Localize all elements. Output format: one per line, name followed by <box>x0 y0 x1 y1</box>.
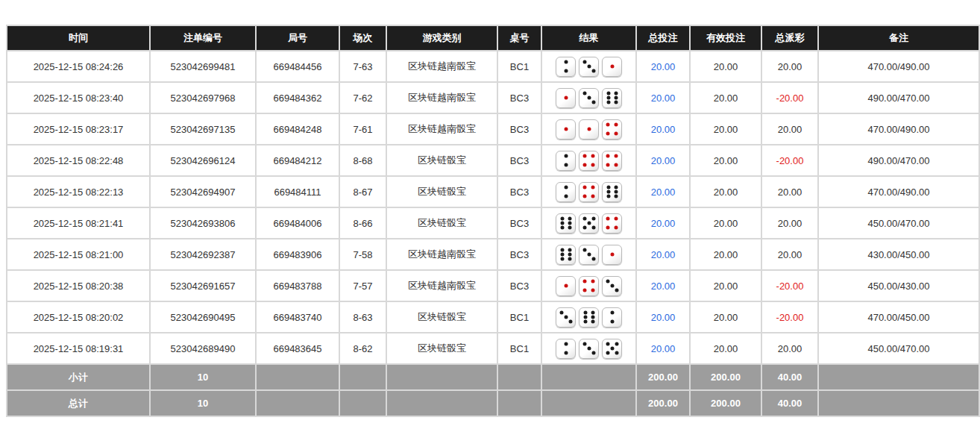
cell-game-type: 区块链骰宝 <box>387 145 497 175</box>
table-row: 2025-12-15 08:20:02523042690495669483740… <box>7 302 979 332</box>
cell-table-no: BC3 <box>498 83 541 113</box>
cell-round-no: 669484362 <box>257 83 339 113</box>
cell-remark: 450.00/470.00 <box>819 208 979 238</box>
table-row: 2025-12-15 08:22:48523042696124669484212… <box>7 145 979 175</box>
summary-empty <box>257 365 339 389</box>
cell-total-payout: -20.00 <box>762 302 817 332</box>
die-icon-2 <box>556 151 576 171</box>
cell-round-no: 669484006 <box>257 208 339 238</box>
total-bet-amount-link[interactable]: 20.00 <box>651 93 676 104</box>
cell-session: 8-63 <box>340 302 386 332</box>
die-icon-4 <box>602 213 622 234</box>
cell-total-bet: 20.00 <box>637 83 689 113</box>
cell-total-payout: 20.00 <box>762 333 817 363</box>
cell-total-payout: 20.00 <box>762 177 817 207</box>
cell-time: 2025-12-15 08:22:48 <box>7 145 149 175</box>
die-icon-4 <box>602 119 622 140</box>
die-icon-4 <box>579 151 599 171</box>
table-row: 2025-12-15 08:23:17523042697135669484248… <box>7 114 979 144</box>
cell-time: 2025-12-15 08:23:40 <box>7 83 149 113</box>
cell-total-payout: 20.00 <box>762 51 817 81</box>
table-row: 2025-12-15 08:19:31523042689490669483645… <box>7 333 979 363</box>
summary-empty <box>498 365 541 389</box>
summary-empty <box>819 365 979 389</box>
cell-round-no: 669483645 <box>257 333 339 363</box>
cell-total-bet: 20.00 <box>637 239 689 269</box>
die-icon-2 <box>602 307 622 328</box>
summary-empty <box>387 365 497 389</box>
total-bet-amount-link[interactable]: 20.00 <box>651 281 676 292</box>
cell-game-type: 区块链骰宝 <box>387 208 497 238</box>
summary-empty <box>542 365 635 389</box>
die-icon-3 <box>579 57 599 77</box>
subtotal-row: 小计10200.00200.0040.00 <box>7 365 979 389</box>
table-row: 2025-12-15 08:24:26523042699481669484456… <box>7 51 979 81</box>
summary-payout: 40.00 <box>762 365 817 389</box>
die-icon-6 <box>556 245 576 265</box>
cell-valid-bet: 20.00 <box>691 271 761 301</box>
cell-session: 8-62 <box>340 333 386 363</box>
die-icon-1 <box>556 276 576 296</box>
cell-game-type: 区块链骰宝 <box>387 177 497 207</box>
die-icon-2 <box>556 339 576 359</box>
summary-empty <box>340 391 386 416</box>
cell-remark: 470.00/450.00 <box>819 302 979 332</box>
cell-table-no: BC3 <box>498 208 541 238</box>
cell-total-bet: 20.00 <box>637 302 689 332</box>
cell-round-no: 669484212 <box>257 145 339 175</box>
cell-valid-bet: 20.00 <box>691 177 761 207</box>
summary-empty <box>340 365 386 389</box>
die-icon-1 <box>602 57 622 77</box>
cell-result <box>542 333 635 363</box>
die-icon-1 <box>579 119 599 140</box>
cell-session: 7-57 <box>340 271 386 301</box>
die-icon-2 <box>556 182 576 202</box>
cell-result <box>542 271 635 301</box>
total-bet-amount-link[interactable]: 20.00 <box>651 249 676 260</box>
cell-result <box>542 83 635 113</box>
column-header-remark: 备注 <box>819 26 979 50</box>
cell-time: 2025-12-15 08:20:02 <box>7 302 149 332</box>
cell-valid-bet: 20.00 <box>691 114 761 144</box>
total-bet-amount-link[interactable]: 20.00 <box>651 187 676 198</box>
die-icon-1 <box>602 245 622 265</box>
die-icon-6 <box>602 182 622 202</box>
total-bet-amount-link[interactable]: 20.00 <box>651 61 676 72</box>
summary-empty <box>498 391 541 416</box>
cell-table-no: BC1 <box>498 51 541 81</box>
grand-total-row: 总计10200.00200.0040.00 <box>7 391 979 416</box>
summary-count: 10 <box>151 391 255 416</box>
cell-total-payout: -20.00 <box>762 83 817 113</box>
cell-bet-id: 523042697968 <box>151 83 255 113</box>
total-bet-amount-link[interactable]: 20.00 <box>651 218 676 229</box>
bet-records-panel: 时间注单编号局号场次游戏类别桌号结果总投注有效投注总派彩备注 2025-12-1… <box>6 25 980 417</box>
cell-session: 7-61 <box>340 114 386 144</box>
total-bet-amount-link[interactable]: 20.00 <box>651 343 676 354</box>
column-header-total-payout: 总派彩 <box>762 26 817 50</box>
total-bet-amount-link[interactable]: 20.00 <box>651 124 676 135</box>
column-header-bet-id: 注单编号 <box>151 26 255 50</box>
total-bet-amount-link[interactable]: 20.00 <box>651 312 676 323</box>
cell-bet-id: 523042689490 <box>151 333 255 363</box>
die-icon-6 <box>579 307 599 328</box>
cell-total-payout: -20.00 <box>762 271 817 301</box>
table-header-row: 时间注单编号局号场次游戏类别桌号结果总投注有效投注总派彩备注 <box>7 26 979 50</box>
column-header-total-bet: 总投注 <box>637 26 689 50</box>
cell-time: 2025-12-15 08:21:00 <box>7 239 149 269</box>
cell-session: 8-67 <box>340 177 386 207</box>
total-bet-amount-link[interactable]: 20.00 <box>651 155 676 166</box>
die-icon-4 <box>579 276 599 296</box>
cell-result <box>542 145 635 175</box>
summary-payout: 40.00 <box>762 391 817 416</box>
cell-total-payout: 20.00 <box>762 239 817 269</box>
cell-game-type: 区块链越南骰宝 <box>387 51 497 81</box>
cell-round-no: 669483906 <box>257 239 339 269</box>
die-icon-4 <box>602 151 622 171</box>
cell-result <box>542 51 635 81</box>
cell-bet-id: 523042699481 <box>151 51 255 81</box>
die-icon-3 <box>556 307 576 328</box>
die-icon-4 <box>579 182 599 202</box>
cell-session: 8-66 <box>340 208 386 238</box>
cell-remark: 490.00/470.00 <box>819 145 979 175</box>
table-row: 2025-12-15 08:21:00523042692387669483906… <box>7 239 979 269</box>
